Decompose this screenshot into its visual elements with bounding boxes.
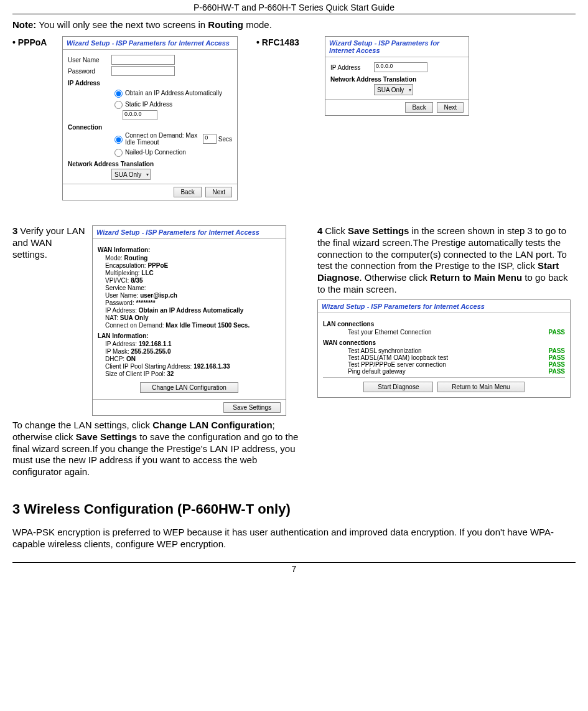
step-3-text: Verify your LAN and WAN settings. — [12, 225, 85, 260]
label-ip-address: IP Address — [330, 64, 374, 71]
bullet-rfc1483: • RFC1483 — [256, 37, 299, 47]
input-password[interactable] — [111, 66, 175, 76]
list-item: User Name: user@isp.ch — [105, 292, 281, 299]
page-number: 7 — [12, 562, 576, 574]
list-item: VPI/VCI: 8/35 — [105, 277, 281, 284]
section-connection: Connection — [68, 124, 232, 131]
next-button[interactable]: Next — [205, 187, 232, 197]
label-secs: Secs — [218, 136, 232, 143]
select-nat-rfc[interactable]: SUA Only — [374, 84, 413, 95]
note-body-b: mode. — [243, 19, 272, 30]
step-4-num: 4 — [317, 225, 322, 236]
pass-badge: PASS — [549, 354, 566, 361]
summary-panel: Wizard Setup - ISP Parameters for Intern… — [92, 225, 286, 416]
list-item: IP Mask: 255.255.255.0 — [105, 348, 281, 355]
note-prefix: Note: — [12, 19, 36, 30]
bullet-pppoa: • PPPoA — [12, 37, 47, 47]
step-4-para: 4Click Save Settings in the screen shown… — [317, 225, 576, 296]
next-button-rfc[interactable]: Next — [437, 102, 464, 113]
list-item: Size of Client IP Pool: 32 — [105, 370, 281, 377]
label-cod: Connect on Demand: Max Idle Timeout — [125, 132, 201, 146]
doc-header: P-660HW-T and P-660H-T Series Quick Star… — [12, 0, 576, 14]
input-static-ip[interactable]: 0.0.0.0 — [123, 110, 157, 120]
note-body-a: You will only see the next two screens i… — [36, 19, 208, 30]
section-nat-rfc: Network Address Translation — [330, 76, 464, 83]
label-obtain-ip: Obtain an IP Address Automatically — [125, 90, 222, 97]
list-item: Multiplexing: LLC — [105, 270, 281, 276]
diag-wan3: Test PPP/PPPoE server connection — [348, 361, 446, 368]
label-nailed-up: Nailed-Up Connection — [125, 149, 186, 156]
back-button-rfc[interactable]: Back — [405, 102, 432, 113]
diag-wan4: Ping default gateway — [348, 368, 406, 375]
input-username[interactable] — [111, 55, 175, 65]
pppoa-panel: Wizard Setup - ISP Parameters for Intern… — [62, 36, 238, 200]
list-item: IP Address: 192.168.1.1 — [105, 341, 281, 347]
list-item: Connect on Demand: Max Idle Timeout 1500… — [105, 322, 281, 329]
step-3-para: To change the LAN settings, click Change… — [12, 420, 305, 478]
rfc1483-panel: Wizard Setup - ISP Parameters for Intern… — [325, 36, 469, 116]
diag-wan2: Test ADSL(ATM OAM) loopback test — [348, 354, 448, 361]
lan-conn-head: LAN connections — [323, 321, 565, 327]
section-3-title: 3 Wireless Configuration (P-660HW-T only… — [12, 501, 576, 517]
diag-wan1: Test ADSL synchronization — [348, 347, 422, 354]
panel-title-diag: Wizard Setup - ISP Parameters for Intern… — [318, 300, 570, 313]
back-button[interactable]: Back — [174, 187, 201, 197]
input-ip-address[interactable]: 0.0.0.0 — [374, 62, 427, 72]
wan-conn-head: WAN connections — [323, 339, 565, 346]
radio-nailed-up[interactable] — [114, 149, 123, 157]
list-item: DHCP: ON — [105, 356, 281, 362]
list-item: Encapsulation: PPPoE — [105, 262, 281, 269]
label-username: User Name — [68, 57, 111, 64]
wan-info-head: WAN Information: — [98, 247, 281, 253]
pass-badge: PASS — [549, 347, 566, 354]
save-settings-button[interactable]: Save Settings — [223, 402, 281, 413]
list-item: Service Name: — [105, 285, 281, 291]
panel-title: Wizard Setup - ISP Parameters for Intern… — [63, 37, 237, 50]
panel-title-summary: Wizard Setup - ISP Parameters for Intern… — [93, 226, 286, 239]
radio-static-ip[interactable] — [114, 101, 123, 109]
label-password: Password — [68, 68, 111, 75]
label-static-ip: Static IP Address — [125, 101, 172, 108]
list-item: IP Address: Obtain an IP Address Automat… — [105, 307, 281, 314]
list-item: Password: ******** — [105, 299, 281, 306]
section-3-body: WPA-PSK encryption is preferred to WEP b… — [12, 527, 576, 550]
radio-obtain-ip[interactable] — [114, 90, 123, 98]
pass-badge: PASS — [549, 368, 566, 375]
return-main-menu-button[interactable]: Return to Main Menu — [437, 382, 524, 392]
section-nat: Network Address Translation — [68, 161, 232, 167]
change-lan-config-button[interactable]: Change LAN Configuration — [140, 382, 238, 393]
section-ip-address: IP Address — [68, 80, 232, 87]
note-line: Note: You will only see the next two scr… — [12, 19, 576, 30]
start-diagnose-button[interactable]: Start Diagnose — [363, 382, 433, 392]
list-item: Client IP Pool Starting Address: 192.168… — [105, 363, 281, 370]
select-nat[interactable]: SUA Only — [111, 169, 151, 180]
lan-info-head: LAN Information: — [98, 332, 281, 339]
step-3-num: 3 — [12, 225, 17, 236]
list-item: NAT: SUA Only — [105, 314, 281, 321]
note-routing: Routing — [208, 19, 243, 30]
radio-connect-on-demand[interactable] — [114, 136, 123, 144]
panel-title-rfc: Wizard Setup - ISP Parameters for Intern… — [325, 37, 469, 57]
diagnose-panel: Wizard Setup - ISP Parameters for Intern… — [317, 299, 571, 398]
pass-badge: PASS — [549, 361, 566, 368]
diag-lan1: Test your Ethernet Connection — [348, 329, 432, 336]
pass-badge: PASS — [549, 329, 566, 336]
input-idle-timeout[interactable]: 0 — [203, 134, 217, 144]
list-item: Mode: Routing — [105, 255, 281, 261]
